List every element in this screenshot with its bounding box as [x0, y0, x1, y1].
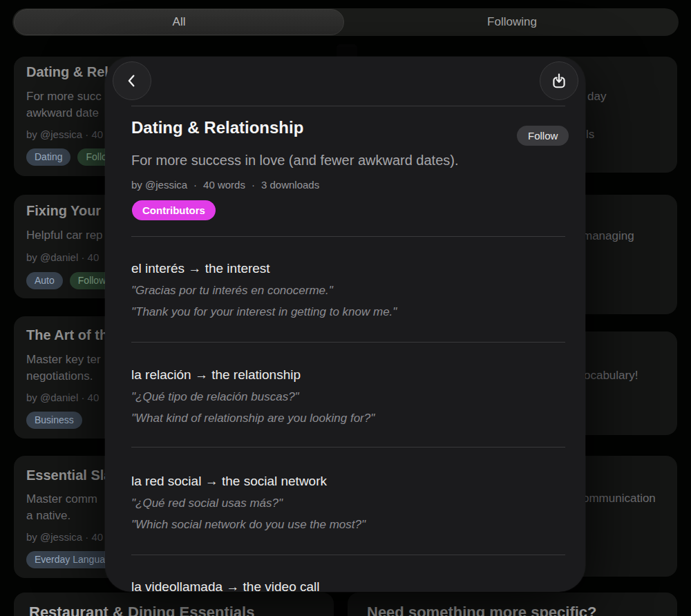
deck-card-title: Fixing Your C — [26, 203, 115, 219]
back-button[interactable] — [113, 61, 151, 100]
deck-author: by @jessica — [131, 179, 187, 191]
divider — [131, 342, 565, 343]
deck-card-desc: Master comm — [26, 492, 97, 506]
deck-card-desc: For more succ — [26, 90, 102, 104]
deck-card-desc: a native. — [26, 509, 70, 523]
vocab-term: la videollamada → the video call — [131, 579, 565, 592]
chevron-left-icon — [124, 73, 140, 88]
vocab-quote-es: "¿Qué red social usas más?" — [131, 496, 565, 511]
deck-downloads: 3 downloads — [261, 179, 319, 191]
vocab-quote-es: "¿Qué tipo de relación buscas?" — [131, 389, 565, 405]
vocab-term: el interés → the interest — [131, 260, 565, 277]
download-button[interactable] — [540, 61, 578, 100]
deck-description: For more success in love (and fewer awkw… — [131, 153, 459, 169]
deck-card-title: Need something more specific? — [367, 604, 597, 616]
vocab-term: la relación → the relationship — [131, 367, 565, 383]
deck-card-title: Essential Sla — [26, 468, 111, 483]
deck-card-byline: by @jessica · 40 — [26, 128, 103, 140]
vocab-quote-en: "Thank you for your interest in getting … — [131, 305, 565, 320]
divider — [131, 106, 565, 106]
deck-card-title: Restaurant & Dining Essentials — [29, 604, 254, 616]
deck-meta: by @jessica·40 words·3 downloads — [131, 179, 319, 191]
tag-pill: Dating — [26, 148, 70, 166]
deck-card-byline: by @daniel · 40 — [26, 392, 99, 403]
card-text-fragment: ls — [586, 128, 594, 142]
deck-card-restaurant[interactable]: Restaurant & Dining Essentials — [14, 593, 334, 616]
deck-card-desc: Helpful car rep — [26, 229, 103, 242]
deck-card-byline: by @daniel · 40 — [26, 251, 99, 263]
tag-pill: Business — [26, 412, 82, 429]
tab-bar: All Following — [12, 8, 679, 36]
follow-button[interactable]: Follow — [517, 126, 569, 146]
vocab-quote-es: "Gracias por tu interés en conocerme." — [131, 283, 565, 298]
deck-title: Dating & Relationship — [131, 118, 303, 137]
deck-card-title: The Art of th — [26, 327, 108, 343]
tab-all[interactable]: All — [12, 8, 346, 36]
vocab-entry: el interés → the interest "Gracias por t… — [131, 260, 565, 326]
contributors-badge[interactable]: Contributors — [132, 200, 216, 220]
vocab-term: la red social → the social network — [131, 473, 565, 490]
divider — [131, 236, 565, 237]
tag-pill: Auto — [26, 272, 63, 289]
deck-card-desc: Master key ter — [26, 353, 101, 367]
vocab-quote-en: "What kind of relationship are you looki… — [131, 411, 565, 426]
divider — [131, 447, 565, 447]
deck-detail-sheet[interactable]: Dating & Relationship Follow For more su… — [105, 57, 585, 592]
deck-card-title: Dating & Rel — [26, 64, 108, 80]
card-text-fragment: managing — [583, 229, 634, 243]
divider — [131, 555, 565, 555]
card-text-fragment: ocabulary! — [584, 369, 638, 383]
deck-card-desc: negotiations. — [26, 369, 93, 383]
card-text-fragment: day — [587, 90, 606, 104]
deck-card-desc: awkward date — [26, 106, 99, 120]
vocab-entry: la videollamada → the video call — [131, 579, 565, 592]
tab-following[interactable]: Following — [346, 8, 679, 36]
download-icon — [550, 72, 568, 90]
deck-card-byline: by @jessica · 40 — [26, 531, 103, 543]
vocab-entry: la relación → the relationship "¿Qué tip… — [131, 367, 565, 432]
card-text-fragment: ommunication — [583, 492, 656, 506]
deck-card-specific[interactable]: Need something more specific? — [348, 593, 677, 616]
deck-word-count: 40 words — [203, 179, 245, 191]
vocab-entry: la red social → the social network "¿Qué… — [131, 473, 565, 539]
app-screen: All Following Dating & Rel For more succ… — [0, 0, 691, 616]
vocab-quote-en: "Which social network do you use the mos… — [131, 517, 565, 532]
